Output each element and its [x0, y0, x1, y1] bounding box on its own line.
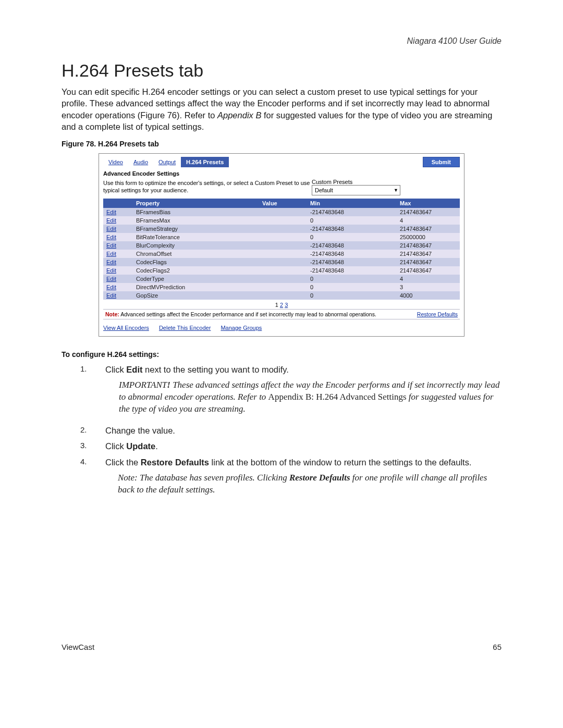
table-row: EditBlurComplexity-21474836482147483647 — [103, 241, 460, 250]
important-link: Appendix B: H.264 Advanced Settings — [268, 392, 407, 402]
val-cell — [259, 250, 307, 258]
max-cell: 4 — [397, 216, 460, 225]
step-text2: link at the bottom of the window to retu… — [209, 458, 472, 467]
prop-cell: CodecFlags — [133, 258, 259, 266]
step-text: Click — [105, 365, 126, 374]
page-2[interactable]: 2 — [280, 302, 283, 308]
tab-h264-presets[interactable]: H.264 Presets — [181, 157, 229, 167]
form-description: Use this form to optimize the encoder's … — [103, 180, 312, 194]
prop-cell: BFramesBias — [133, 208, 259, 216]
bottom-links: View All Encoders Delete This Encoder Ma… — [99, 319, 464, 336]
max-cell: 2147483647 — [397, 250, 460, 258]
page-title: H.264 Presets tab — [62, 60, 501, 81]
edit-link[interactable]: Edit — [106, 292, 116, 299]
prop-cell: BFrameStrategy — [133, 225, 259, 233]
val-cell — [259, 266, 307, 275]
preset-form-row: Use this form to optimize the encoder's … — [99, 178, 464, 199]
link-manage-groups[interactable]: Manage Groups — [221, 325, 262, 331]
prop-cell: ChromaOffset — [133, 250, 259, 258]
col-max: Max — [397, 199, 460, 208]
prop-cell: GopSize — [133, 291, 259, 300]
max-cell: 2147483647 — [397, 241, 460, 250]
tab-audio[interactable]: Audio — [128, 157, 153, 167]
step-text2: . — [155, 441, 158, 451]
edit-link[interactable]: Edit — [106, 242, 116, 249]
min-cell: -2147483648 — [307, 266, 397, 275]
edit-link[interactable]: Edit — [106, 267, 116, 274]
col-min: Min — [307, 199, 397, 208]
max-cell: 3 — [397, 283, 460, 291]
prop-cell: BFramesMax — [133, 216, 259, 225]
submit-button[interactable]: Submit — [423, 157, 460, 167]
max-cell: 2147483647 — [397, 258, 460, 266]
tab-video[interactable]: Video — [103, 157, 128, 167]
max-cell: 25000000 — [397, 233, 460, 241]
page-3[interactable]: 3 — [285, 302, 288, 308]
intro-paragraph: You can edit specific H.264 encoder sett… — [62, 86, 501, 132]
edit-link[interactable]: Edit — [106, 226, 116, 232]
pager: 1 2 3 — [99, 300, 464, 309]
tab-bar: Video Audio Output H.264 Presets Submit — [99, 154, 464, 169]
min-cell: 0 — [307, 233, 397, 241]
prop-cell: CodecFlags2 — [133, 266, 259, 275]
step-bold: Restore Defaults — [141, 458, 209, 467]
configure-heading: To configure H.264 settings: — [62, 350, 501, 359]
link-delete-this-encoder[interactable]: Delete This Encoder — [159, 325, 211, 331]
min-cell: 0 — [307, 283, 397, 291]
footer-left: ViewCast — [62, 643, 94, 651]
restore-defaults-link[interactable]: Restore Defaults — [417, 311, 458, 317]
steps-list: 1. Click Edit next to the setting you wa… — [80, 364, 501, 501]
step-text: Click — [105, 441, 126, 451]
table-row: EditCodecFlags-21474836482147483647 — [103, 258, 460, 266]
col-property: Property — [133, 199, 259, 208]
step-4: 4. Click the Restore Defaults link at th… — [80, 456, 501, 501]
step-num: 4. — [80, 456, 105, 501]
table-row: EditDirectMVPrediction03 — [103, 283, 460, 291]
min-cell: -2147483648 — [307, 241, 397, 250]
val-cell — [259, 275, 307, 283]
step-num: 1. — [80, 364, 105, 421]
step-num: 2. — [80, 425, 105, 436]
min-cell: -2147483648 — [307, 225, 397, 233]
chevron-down-icon: ▼ — [394, 188, 398, 193]
min-cell: -2147483648 — [307, 258, 397, 266]
edit-link[interactable]: Edit — [106, 276, 116, 282]
prop-cell: DirectMVPrediction — [133, 283, 259, 291]
edit-link[interactable]: Edit — [106, 217, 116, 224]
table-row: EditBFramesBias-21474836482147483647 — [103, 208, 460, 216]
max-cell: 2147483647 — [397, 266, 460, 275]
edit-link[interactable]: Edit — [106, 284, 116, 290]
prop-cell: BlurComplexity — [133, 241, 259, 250]
tab-output[interactable]: Output — [153, 157, 181, 167]
intro-appendix: Appendix B — [217, 110, 261, 120]
table-row: EditGopSize04000 — [103, 291, 460, 300]
val-cell — [259, 225, 307, 233]
min-cell: 0 — [307, 275, 397, 283]
val-cell — [259, 241, 307, 250]
page-1: 1 — [275, 302, 278, 308]
section-title: Advanced Encoder Settings — [99, 169, 464, 178]
edit-link[interactable]: Edit — [106, 251, 116, 257]
col-value: Value — [259, 199, 307, 208]
val-cell — [259, 233, 307, 241]
min-cell: -2147483648 — [307, 250, 397, 258]
table-row: EditChromaOffset-21474836482147483647 — [103, 250, 460, 258]
note-label: Note: — [105, 311, 119, 317]
note-text: Advanced settings affect the Encoder per… — [119, 311, 376, 317]
important-note: IMPORTANT! These advanced settings affec… — [119, 379, 501, 415]
prop-cell: BitRateTolerance — [133, 233, 259, 241]
min-cell: -2147483648 — [307, 208, 397, 216]
footer-right: 65 — [493, 643, 501, 651]
edit-link[interactable]: Edit — [106, 234, 116, 240]
max-cell: 4 — [397, 275, 460, 283]
edit-link[interactable]: Edit — [106, 209, 116, 215]
custom-presets-select[interactable]: Default ▼ — [312, 185, 400, 195]
note-bar: Note: Advanced settings affect the Encod… — [103, 309, 460, 319]
val-cell — [259, 208, 307, 216]
max-cell: 2147483647 — [397, 208, 460, 216]
important-lead: IMPORTANT — [119, 380, 167, 390]
link-view-all-encoders[interactable]: View All Encoders — [103, 325, 149, 331]
max-cell: 2147483647 — [397, 225, 460, 233]
step-text: Click the — [105, 458, 141, 467]
edit-link[interactable]: Edit — [106, 259, 116, 265]
